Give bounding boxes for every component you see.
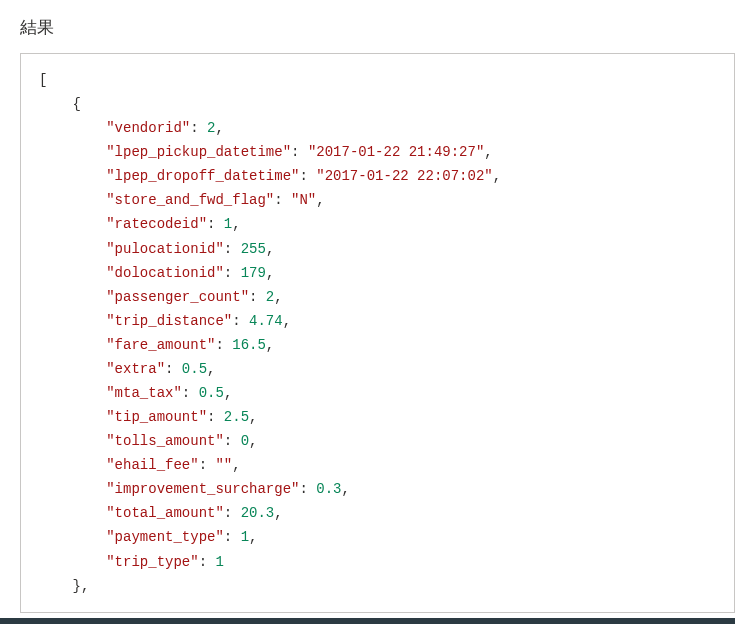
json-close-brace: }, (39, 578, 89, 594)
json-value: "" (215, 457, 232, 473)
json-value: 4.74 (249, 313, 283, 329)
json-value: "N" (291, 192, 316, 208)
json-key: "ehail_fee" (106, 457, 198, 473)
json-key: "pulocationid" (106, 241, 224, 257)
json-key: "vendorid" (106, 120, 190, 136)
json-value: 0.3 (316, 481, 341, 497)
json-key: "extra" (106, 361, 165, 377)
json-value: 1 (241, 529, 249, 545)
json-value: 16.5 (232, 337, 266, 353)
json-value: 0.5 (182, 361, 207, 377)
json-value: 1 (224, 216, 232, 232)
json-key: "total_amount" (106, 505, 224, 521)
json-value: 0.5 (199, 385, 224, 401)
json-key: "lpep_pickup_datetime" (106, 144, 291, 160)
json-value: "2017-01-22 22:07:02" (316, 168, 492, 184)
json-value: 2.5 (224, 409, 249, 425)
json-key: "payment_type" (106, 529, 224, 545)
json-value: 179 (241, 265, 266, 281)
json-key: "trip_distance" (106, 313, 232, 329)
json-key: "tip_amount" (106, 409, 207, 425)
json-open-brace: { (39, 96, 81, 112)
json-key: "ratecodeid" (106, 216, 207, 232)
results-title: 結果 (20, 18, 54, 37)
json-key: "improvement_surcharge" (106, 481, 299, 497)
json-output[interactable]: [ { "vendorid": 2, "lpep_pickup_datetime… (20, 53, 735, 613)
json-key: "tolls_amount" (106, 433, 224, 449)
results-header: 結果 (0, 0, 735, 53)
json-value: 1 (215, 554, 223, 570)
json-value: 255 (241, 241, 266, 257)
json-value: "2017-01-22 21:49:27" (308, 144, 484, 160)
json-value: 20.3 (241, 505, 275, 521)
json-key: "dolocationid" (106, 265, 224, 281)
json-key: "mta_tax" (106, 385, 182, 401)
footer-bar (0, 618, 735, 624)
json-key: "store_and_fwd_flag" (106, 192, 274, 208)
json-key: "trip_type" (106, 554, 198, 570)
json-key: "fare_amount" (106, 337, 215, 353)
json-key: "passenger_count" (106, 289, 249, 305)
json-open-bracket: [ (39, 72, 47, 88)
json-key: "lpep_dropoff_datetime" (106, 168, 299, 184)
json-fields: "vendorid": 2, "lpep_pickup_datetime": "… (39, 120, 501, 569)
json-value: 0 (241, 433, 249, 449)
json-value: 2 (266, 289, 274, 305)
